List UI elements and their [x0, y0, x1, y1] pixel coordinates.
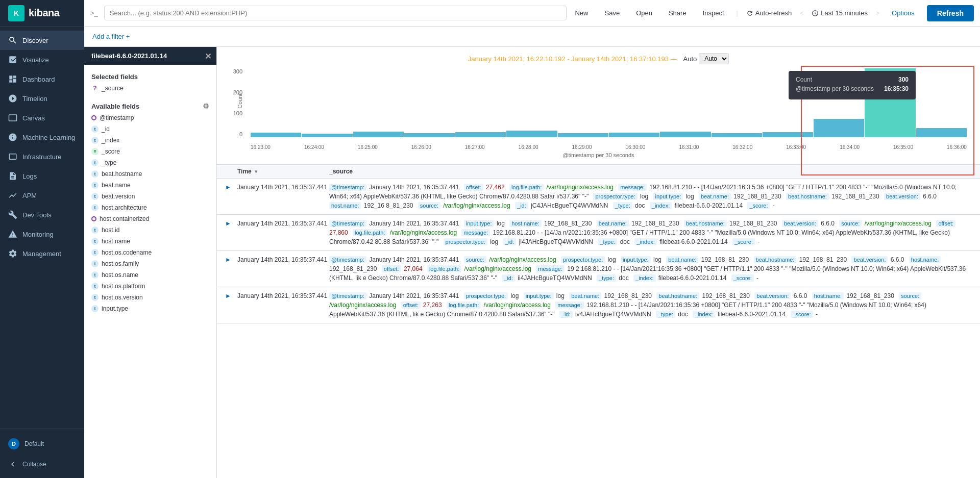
sidebar-item-machine-learning[interactable]: Machine Learning	[0, 128, 84, 147]
field-key: log.file.path:	[427, 265, 461, 272]
field-key: input.type:	[524, 292, 554, 299]
field-name: beat.name	[102, 182, 131, 189]
chart-bar[interactable]	[814, 119, 864, 137]
sidebar-item-infrastructure[interactable]: Infrastructure	[0, 147, 84, 166]
chart-bar[interactable]	[506, 131, 557, 138]
field-item-host-os-version[interactable]: t host.os.version	[84, 292, 216, 303]
field-item-host-os-name[interactable]: t host.os.name	[84, 269, 216, 281]
sidebar-item-discover[interactable]: Discover	[0, 31, 84, 50]
sidebar-item-management[interactable]: Management	[0, 244, 84, 263]
chart-bar[interactable]	[660, 132, 710, 137]
field-item-source[interactable]: ? _source	[84, 83, 216, 94]
sidebar-item-label: Visualize	[22, 56, 49, 64]
field-key: beat.version:	[782, 220, 818, 227]
row-expand-button[interactable]: ►	[225, 219, 237, 227]
field-item-beat-name[interactable]: t beat.name	[84, 180, 216, 191]
gear-icon[interactable]: ⚙	[203, 102, 209, 110]
sidebar-item-logs[interactable]: Logs	[0, 166, 84, 186]
field-key: _score:	[747, 202, 770, 209]
time-range-button[interactable]: Last 15 minutes	[812, 9, 868, 17]
sidebar-logo[interactable]: K kibana	[0, 0, 84, 27]
open-button[interactable]: Open	[632, 7, 656, 19]
sidebar-item-timelion[interactable]: Timelion	[0, 89, 84, 108]
chart-interval-select[interactable]: Auto 1s 10s 30s 1m	[699, 53, 729, 64]
save-button[interactable]: Save	[600, 7, 624, 19]
row-expand-button[interactable]: ►	[225, 291, 237, 299]
field-item-timestamp[interactable]: @timestamp	[84, 112, 216, 123]
sidebar-item-canvas[interactable]: Canvas	[0, 108, 84, 128]
chart-bar[interactable]	[455, 132, 506, 137]
auto-refresh-button[interactable]: Auto-refresh	[746, 9, 792, 17]
field-item-index[interactable]: t _index	[84, 135, 216, 146]
chart-bar[interactable]	[609, 133, 659, 137]
chart-bar[interactable]	[916, 128, 967, 137]
sidebar-item-dev-tools[interactable]: Dev Tools	[0, 205, 84, 224]
source-col-header: _source	[329, 168, 972, 175]
time-range-label: Last 15 minutes	[821, 9, 868, 17]
sidebar-item-label: Management	[22, 250, 61, 258]
field-item-score[interactable]: # _score	[84, 146, 216, 157]
results-area: Time ▼ _source ► January 14th 2021, 16:3…	[217, 165, 980, 478]
chart-timerange: January 14th 2021, 16:22:10.192 - Januar…	[468, 55, 677, 63]
selected-fields-label: Selected fields	[91, 73, 138, 81]
row-time: January 14th 2021, 16:35:37.441	[237, 219, 329, 227]
tooltip-count-label: Count	[796, 76, 812, 83]
field-key: host.name:	[909, 256, 941, 263]
sidebar-item-default[interactable]: D Default	[0, 433, 84, 455]
field-type-circle-icon	[91, 115, 96, 120]
field-name: host.os.name	[102, 271, 138, 279]
chart-bar[interactable]	[302, 134, 352, 137]
chart-bar[interactable]	[404, 133, 455, 137]
field-item-host-os-family[interactable]: t host.os.family	[84, 258, 216, 269]
field-item-host-os-codename[interactable]: t host.os.codename	[84, 247, 216, 258]
field-item-beat-hostname[interactable]: t beat.hostname	[84, 168, 216, 180]
field-item-id[interactable]: t _id	[84, 123, 216, 135]
field-name: host.os.platform	[102, 283, 145, 290]
close-index-button[interactable]: ✕	[205, 51, 211, 61]
sidebar-item-label: Logs	[22, 172, 37, 180]
field-key: beat.name:	[569, 292, 601, 299]
field-item-host-architecture[interactable]: t host.architecture	[84, 202, 216, 213]
field-key: message:	[555, 301, 584, 309]
sort-icon[interactable]: ▼	[254, 169, 259, 174]
search-bar[interactable]	[104, 6, 567, 20]
field-key: offset:	[936, 220, 955, 227]
share-button[interactable]: Share	[665, 7, 691, 19]
add-filter-button[interactable]: Add a filter +	[92, 33, 130, 40]
chart-bar[interactable]	[353, 132, 404, 137]
row-expand-button[interactable]: ►	[225, 255, 237, 263]
field-key: prospector.type:	[561, 256, 605, 263]
chart-bar[interactable]	[712, 133, 762, 137]
field-name: beat.version	[102, 193, 135, 200]
sidebar-item-apm[interactable]: APM	[0, 186, 84, 205]
field-item-type[interactable]: t _type	[84, 157, 216, 168]
sidebar-item-label: Dashboard	[22, 76, 55, 83]
chart-bar[interactable]	[763, 132, 813, 137]
chart-x-label: 16:24:00	[304, 144, 324, 150]
sidebar-item-monitoring[interactable]: Monitoring	[0, 224, 84, 244]
inspect-button[interactable]: Inspect	[699, 7, 728, 19]
chart-x-label: 16:26:00	[411, 144, 431, 150]
field-item-host-containerized[interactable]: host.containerized	[84, 213, 216, 224]
options-button[interactable]: Options	[888, 7, 919, 19]
row-expand-button[interactable]: ►	[225, 183, 237, 191]
field-item-host-os-platform[interactable]: t host.os.platform	[84, 281, 216, 292]
chart-bar[interactable]	[251, 133, 301, 137]
table-row: ► January 14th 2021, 16:35:37.441 @times…	[217, 215, 980, 250]
sidebar-item-visualize[interactable]: Visualize	[0, 50, 84, 69]
search-input[interactable]	[110, 9, 561, 17]
field-item-host-id[interactable]: t host.id	[84, 224, 216, 236]
sidebar-item-label: APM	[22, 192, 37, 199]
sidebar-item-label: Discover	[22, 37, 48, 44]
field-type-t-icon: t	[91, 125, 99, 133]
refresh-button[interactable]: Refresh	[927, 5, 974, 21]
field-item-beat-version[interactable]: t beat.version	[84, 191, 216, 202]
field-item-input-type[interactable]: t input.type	[84, 303, 216, 314]
sidebar-item-dashboard[interactable]: Dashboard	[0, 69, 84, 89]
chart-bar[interactable]	[558, 133, 608, 137]
sidebar-item-collapse[interactable]: Collapse	[0, 455, 84, 474]
topbar: >_ New Save Open Share Inspect | Auto-re…	[84, 0, 980, 27]
sidebar-item-label: Monitoring	[22, 231, 54, 238]
new-button[interactable]: New	[571, 7, 592, 19]
field-item-host-name[interactable]: t host.name	[84, 236, 216, 247]
